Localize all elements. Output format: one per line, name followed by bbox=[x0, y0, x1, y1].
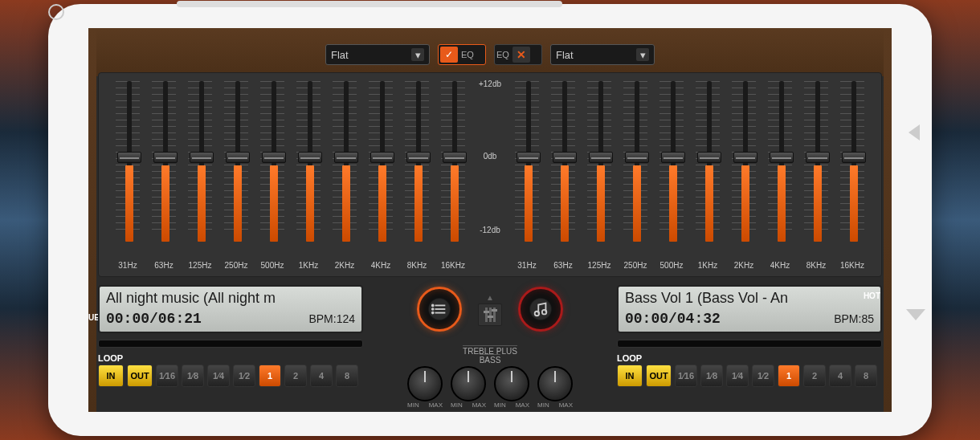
db-top: +12db bbox=[479, 79, 501, 88]
eq-slider[interactable] bbox=[799, 81, 833, 242]
freq-label: 250Hz bbox=[619, 261, 652, 270]
loop-beat-button[interactable]: 1 bbox=[259, 365, 281, 387]
tone-knob[interactable] bbox=[407, 366, 443, 401]
db-mid: 0db bbox=[484, 152, 497, 161]
loop-in-a[interactable]: IN bbox=[98, 365, 124, 387]
loop-beat-button[interactable]: 1⁄2 bbox=[752, 365, 774, 387]
eq-toggle-right[interactable]: EQ ✕ bbox=[494, 44, 542, 65]
deck-b-bpm: BPM:85 bbox=[834, 312, 874, 325]
loop-section-b: LOOP IN OUT 1⁄161⁄81⁄41⁄21248 bbox=[617, 353, 882, 397]
eq-slider[interactable] bbox=[436, 81, 470, 242]
eq-preset-right-label: Flat bbox=[556, 49, 574, 61]
loop-beat-button[interactable]: 8 bbox=[855, 365, 877, 387]
eq-slider[interactable] bbox=[255, 81, 289, 242]
freq-label: 2KHz bbox=[727, 261, 761, 270]
loop-beat-button[interactable]: 1⁄8 bbox=[182, 365, 204, 387]
close-icon: ✕ bbox=[512, 47, 530, 63]
eq-toggle-left[interactable]: ✓ EQ bbox=[438, 44, 486, 65]
eq-slider[interactable] bbox=[147, 81, 181, 242]
loop-beat-button[interactable]: 1⁄16 bbox=[675, 365, 697, 387]
freq-labels-left: 31Hz63Hz125Hz250Hz500Hz1KHz2KHz4KHz8KHz1… bbox=[111, 261, 470, 270]
loop-beat-button[interactable]: 2 bbox=[803, 365, 826, 387]
loop-beat-button[interactable]: 8 bbox=[336, 365, 358, 387]
db-scale: +12db 0db -12db bbox=[470, 81, 510, 242]
loop-label-a: LOOP bbox=[98, 353, 363, 363]
eq-slider[interactable] bbox=[582, 81, 616, 242]
loop-out-a[interactable]: OUT bbox=[127, 365, 153, 387]
svg-point-5 bbox=[432, 312, 434, 314]
loop-out-b[interactable]: OUT bbox=[646, 365, 672, 387]
chevron-down-icon: ▾ bbox=[636, 48, 649, 61]
eq-slider[interactable] bbox=[763, 81, 797, 242]
loop-beat-button[interactable]: 4 bbox=[310, 365, 333, 387]
playlist-button[interactable] bbox=[417, 287, 462, 332]
eq-slider[interactable] bbox=[183, 81, 217, 242]
freq-label: 4KHz bbox=[364, 261, 398, 270]
loop-beat-button[interactable]: 1⁄16 bbox=[156, 365, 178, 387]
eq-slider[interactable] bbox=[510, 81, 544, 242]
mixer-icon bbox=[478, 304, 502, 326]
freq-label: 250Hz bbox=[219, 261, 253, 270]
freq-label: 4KHz bbox=[763, 261, 797, 270]
app-screen: Flat ▾ ✓ EQ EQ ✕ Flat ▾ +12db 0db -12db bbox=[88, 28, 892, 412]
eq-toggle-left-label: EQ bbox=[461, 50, 474, 59]
eq-slider[interactable] bbox=[328, 81, 361, 242]
mixer-toggle[interactable]: ▲ bbox=[478, 293, 502, 326]
eq-preset-left-label: Flat bbox=[331, 49, 349, 61]
eq-slider[interactable] bbox=[546, 81, 580, 242]
freq-label: 31Hz bbox=[111, 261, 145, 270]
loop-beat-button[interactable]: 1⁄8 bbox=[700, 365, 723, 387]
loop-beat-button[interactable]: 4 bbox=[829, 365, 851, 387]
loop-beat-button[interactable]: 1 bbox=[778, 365, 800, 387]
loop-in-b[interactable]: IN bbox=[617, 365, 643, 387]
check-icon: ✓ bbox=[440, 47, 458, 63]
eq-sliders-right bbox=[510, 81, 869, 242]
eq-slider[interactable] bbox=[619, 81, 652, 242]
music-library-button[interactable] bbox=[518, 287, 563, 332]
freq-label: 2KHz bbox=[328, 261, 361, 270]
loop-beat-button[interactable]: 1⁄2 bbox=[233, 365, 255, 387]
freq-label: 500Hz bbox=[255, 261, 289, 270]
music-note-icon bbox=[532, 300, 549, 318]
tablet-frame: Flat ▾ ✓ EQ EQ ✕ Flat ▾ +12db 0db -12db bbox=[48, 4, 932, 436]
svg-point-3 bbox=[432, 305, 434, 307]
loop-section-a: LOOP IN OUT 1⁄161⁄81⁄41⁄21248 bbox=[98, 353, 363, 397]
android-back-button[interactable] bbox=[909, 124, 920, 141]
eq-slider[interactable] bbox=[219, 81, 253, 242]
freq-label: 8KHz bbox=[799, 261, 833, 270]
center-controls: ▲ bbox=[417, 287, 563, 332]
loop-row: LOOP IN OUT 1⁄161⁄81⁄41⁄21248 TREBLE PLU… bbox=[98, 353, 882, 409]
android-home-button[interactable] bbox=[48, 4, 64, 20]
hot-cue-label: HOT bbox=[864, 291, 880, 300]
eq-slider[interactable] bbox=[835, 81, 869, 242]
deck-b-time: 00:00/04:32 bbox=[625, 311, 721, 327]
eq-slider[interactable] bbox=[400, 81, 434, 242]
eq-slider[interactable] bbox=[655, 81, 688, 242]
tone-knob[interactable] bbox=[494, 366, 529, 401]
eq-preset-left[interactable]: Flat ▾ bbox=[325, 44, 430, 65]
list-icon bbox=[431, 300, 448, 318]
svg-point-7 bbox=[542, 310, 547, 315]
eq-slider[interactable] bbox=[727, 81, 761, 242]
eq-slider[interactable] bbox=[364, 81, 398, 242]
android-recent-button[interactable] bbox=[906, 309, 925, 320]
freq-label: 1KHz bbox=[691, 261, 725, 270]
eq-slider[interactable] bbox=[111, 81, 145, 242]
loop-beat-button[interactable]: 1⁄4 bbox=[207, 365, 230, 387]
loop-label-b: LOOP bbox=[617, 353, 882, 363]
eq-preset-right[interactable]: Flat ▾ bbox=[550, 44, 655, 65]
deck-a-bpm: BPM:124 bbox=[308, 312, 355, 325]
bass-label: BASS bbox=[480, 354, 501, 365]
freq-label: 16KHz bbox=[835, 261, 869, 270]
eq-slider[interactable] bbox=[292, 81, 325, 242]
freq-label: 8KHz bbox=[400, 261, 434, 270]
tone-knob[interactable] bbox=[451, 366, 486, 401]
db-bot: -12db bbox=[480, 226, 500, 234]
loop-beat-button[interactable]: 1⁄4 bbox=[726, 365, 749, 387]
eq-slider[interactable] bbox=[691, 81, 725, 242]
freq-label: 63Hz bbox=[546, 261, 580, 270]
freq-label: 125Hz bbox=[582, 261, 616, 270]
tone-knob[interactable] bbox=[537, 366, 573, 401]
loop-beat-button[interactable]: 2 bbox=[284, 365, 307, 387]
deck-a-title: All night music (All night m bbox=[106, 290, 355, 309]
